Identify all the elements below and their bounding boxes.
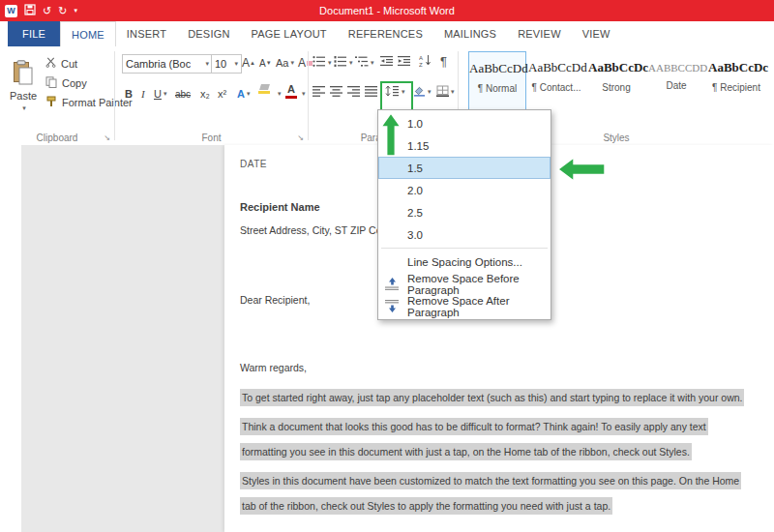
doc-date-placeholder[interactable]: DATE bbox=[240, 159, 267, 169]
doc-salutation[interactable]: Dear Recipient, bbox=[240, 294, 310, 306]
clipboard-dialog-launcher-icon[interactable]: ↘ bbox=[104, 134, 110, 142]
selected-text[interactable]: To get started right away, just tap any … bbox=[240, 389, 744, 406]
align-right-button[interactable] bbox=[347, 86, 360, 99]
word-logo-icon[interactable]: W bbox=[5, 5, 17, 17]
tab-design[interactable]: DESIGN bbox=[177, 21, 240, 46]
style-strong[interactable]: AaBbCcDc Strong bbox=[588, 51, 644, 109]
numbering-icon bbox=[334, 56, 347, 69]
style-date[interactable]: AABBCCDD Date bbox=[648, 51, 704, 109]
svg-text:A: A bbox=[419, 55, 423, 61]
bullets-button[interactable]: ▾ bbox=[313, 56, 332, 69]
quick-access-dropdown-icon[interactable]: ▾ bbox=[74, 7, 77, 15]
selected-text[interactable]: Think a document that looks this good ha… bbox=[240, 418, 708, 460]
remove-space-after-icon bbox=[385, 300, 400, 312]
tab-mailings[interactable]: MAILINGS bbox=[433, 21, 507, 46]
align-center-button[interactable] bbox=[330, 86, 342, 99]
group-font: Cambria (Boc ▾ 10 ▾ A▲ A▼ Aa▾ A B I U▾ a… bbox=[115, 46, 308, 145]
menu-item-1-15[interactable]: 1.15 bbox=[378, 134, 551, 157]
menu-item-2-0[interactable]: 2.0 bbox=[378, 179, 551, 201]
menu-item-line-spacing-options[interactable]: Line Spacing Options... bbox=[378, 251, 551, 273]
menu-item-3-0[interactable]: 3.0 bbox=[378, 223, 551, 246]
quick-access-toolbar: W ↺ ↻ ▾ bbox=[5, 0, 77, 21]
tab-insert[interactable]: INSERT bbox=[116, 21, 177, 46]
align-center-icon bbox=[330, 86, 342, 99]
text-effects-button[interactable]: A▾ bbox=[237, 85, 250, 103]
selected-text[interactable]: Styles in this document have been custom… bbox=[240, 472, 741, 515]
tab-page-layout[interactable]: PAGE LAYOUT bbox=[241, 21, 338, 46]
document-canvas bbox=[21, 145, 224, 532]
chevron-down-icon: ▾ bbox=[234, 60, 238, 68]
borders-icon bbox=[436, 85, 449, 99]
strikethrough-button[interactable]: abc bbox=[175, 85, 191, 103]
superscript-button[interactable]: x² bbox=[218, 85, 226, 103]
menu-item-1-0[interactable]: 1.0 bbox=[378, 112, 551, 134]
style-normal[interactable]: AaBbCcDd ¶ Normal bbox=[468, 51, 526, 111]
decrease-indent-icon bbox=[380, 56, 394, 69]
shading-button[interactable]: ▾ bbox=[413, 85, 432, 99]
remove-space-before-icon bbox=[385, 278, 400, 290]
style-recipient[interactable]: AaBbCcDc ¶ Recipient bbox=[708, 51, 764, 109]
doc-address[interactable]: Street Address, City, ST ZIP Co bbox=[240, 224, 381, 236]
paste-dropdown-icon[interactable]: ▾ bbox=[22, 104, 26, 112]
align-right-icon bbox=[347, 86, 360, 99]
font-name-select[interactable]: Cambria (Boc ▾ bbox=[122, 54, 213, 74]
bold-button[interactable]: B bbox=[125, 85, 133, 103]
tab-review[interactable]: REVIEW bbox=[507, 21, 572, 46]
undo-icon[interactable]: ↺ bbox=[43, 6, 51, 16]
tab-file[interactable]: FILE bbox=[8, 21, 60, 46]
save-icon[interactable] bbox=[24, 2, 36, 19]
borders-button[interactable]: ▾ bbox=[436, 85, 455, 99]
justify-icon bbox=[365, 86, 377, 99]
increase-indent-button[interactable] bbox=[398, 56, 411, 69]
titlebar: Document1 - Microsoft Word W ↺ ↻ ▾ bbox=[0, 0, 774, 21]
change-case-button[interactable]: Aa▾ bbox=[276, 54, 294, 72]
subscript-button[interactable]: x₂ bbox=[200, 85, 210, 103]
grow-font-button[interactable]: A▲ bbox=[242, 54, 255, 72]
doc-recipient-name[interactable]: Recipient Name bbox=[240, 201, 320, 213]
doc-closing[interactable]: Warm regards, bbox=[240, 362, 307, 373]
sort-button[interactable]: AZ bbox=[419, 54, 432, 69]
chevron-down-icon: ▾ bbox=[205, 60, 209, 68]
font-color-swatch bbox=[285, 96, 297, 99]
font-size-select[interactable]: 10 ▾ bbox=[211, 54, 242, 74]
numbering-button[interactable]: ▾ bbox=[334, 56, 353, 69]
style-contact[interactable]: AaBbCcDd ¶ Contact... bbox=[528, 51, 584, 109]
align-left-button[interactable] bbox=[313, 86, 325, 99]
menu-item-remove-space-before[interactable]: Remove Space Before Paragraph bbox=[378, 273, 551, 295]
decrease-indent-button[interactable] bbox=[380, 56, 394, 69]
redo-icon[interactable]: ↻ bbox=[58, 6, 67, 16]
chevron-down-icon[interactable]: ▾ bbox=[164, 90, 167, 98]
shrink-font-button[interactable]: A▼ bbox=[259, 54, 272, 72]
menu-item-1-5[interactable]: 1.5 bbox=[378, 157, 551, 179]
doc-paragraph[interactable]: To get started right away, just tap any … bbox=[240, 385, 747, 410]
justify-button[interactable] bbox=[365, 86, 377, 99]
font-dialog-launcher-icon[interactable]: ↘ bbox=[297, 134, 304, 142]
tab-view[interactable]: VIEW bbox=[572, 21, 621, 46]
font-color-dropdown-icon[interactable]: ▾ bbox=[300, 84, 306, 103]
paste-icon bbox=[13, 60, 34, 87]
bullets-icon bbox=[313, 56, 326, 69]
multilevel-list-button[interactable]: ▾ bbox=[355, 56, 374, 69]
highlighter-icon bbox=[259, 84, 270, 90]
show-formatting-marks-button[interactable]: ¶ bbox=[440, 54, 447, 69]
doc-paragraph[interactable]: Styles in this document have been custom… bbox=[240, 468, 747, 518]
menu-item-2-5[interactable]: 2.5 bbox=[378, 201, 551, 223]
menu-item-remove-space-after[interactable]: Remove Space After Paragraph bbox=[378, 295, 551, 317]
paste-button[interactable]: Paste ▾ bbox=[5, 53, 42, 119]
increase-indent-icon bbox=[398, 56, 411, 69]
tab-references[interactable]: REFERENCES bbox=[338, 21, 433, 46]
group-clipboard: Paste ▾ Cut Copy Format Painter Clipboar… bbox=[0, 46, 114, 145]
font-color-button[interactable]: A bbox=[285, 84, 297, 103]
line-spacing-menu: 1.0 1.15 1.5 2.0 2.5 3.0 Line Spacing Op… bbox=[377, 109, 551, 320]
doc-paragraph[interactable]: Think a document that looks this good ha… bbox=[240, 414, 747, 464]
italic-button[interactable]: I bbox=[141, 85, 145, 103]
highlight-button[interactable] bbox=[258, 84, 270, 103]
clipboard-group-label: Clipboard bbox=[0, 133, 114, 143]
cut-button[interactable]: Cut bbox=[45, 55, 77, 72]
highlight-dropdown-icon[interactable]: ▾ bbox=[276, 84, 282, 103]
underline-button[interactable]: U▾ bbox=[154, 85, 166, 103]
tab-home[interactable]: HOME bbox=[60, 21, 116, 46]
ribbon-tabs: FILE HOME INSERT DESIGN PAGE LAYOUT REFE… bbox=[0, 21, 774, 46]
copy-button[interactable]: Copy bbox=[45, 74, 87, 91]
style-salutation[interactable]: Aa Sa bbox=[768, 51, 774, 109]
